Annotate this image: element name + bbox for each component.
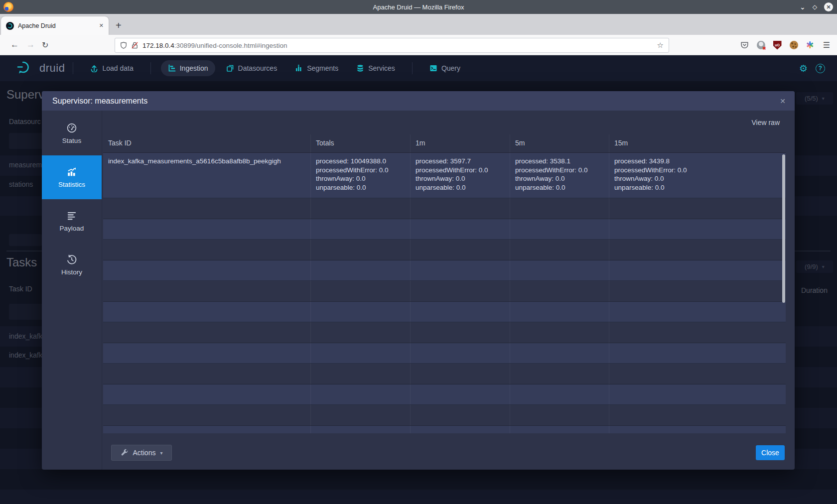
help-icon[interactable]: ? [816,64,825,73]
empty-cell [103,364,310,384]
modal-close-icon[interactable]: ✕ [780,97,786,105]
gantt-chart-icon [168,64,176,72]
empty-cell [510,240,609,260]
column-header-totals[interactable]: Totals [310,134,410,152]
window-title: Apache Druid — Mozilla Firefox [0,3,837,11]
table-row [103,302,786,323]
tab-history[interactable]: History [42,243,102,287]
close-button[interactable]: Close [756,445,785,460]
empty-cell [103,405,310,425]
nav-label: Datasources [238,64,278,72]
reload-icon[interactable]: ↻ [42,40,48,50]
supervisors-count-button[interactable]: (5/5) ▾ [796,92,833,105]
nav-datasources[interactable]: Datasources [219,60,284,76]
tab-status[interactable]: Status [42,112,102,155]
empty-cell [510,364,609,384]
tab-close-icon[interactable]: ✕ [99,22,104,29]
column-header-1m[interactable]: 1m [410,134,510,152]
empty-cell [410,219,510,240]
asterisk-extension-icon[interactable]: ✱ [806,41,815,50]
empty-cell [410,364,510,384]
wrench-icon [121,449,129,457]
supervisor-row[interactable]: stations [9,180,33,188]
chevron-down-icon: ▾ [160,450,162,456]
url-path: :30899/unified-console.html#ingestion [174,42,287,49]
empty-cell [410,302,510,322]
window-minimize-icon[interactable]: ⌄ [800,3,806,10]
nav-label: Load data [102,64,133,72]
table-row [103,219,786,240]
url-bar[interactable]: 172.18.0.4:30899/unified-console.html#in… [115,38,669,53]
empty-cell [609,322,786,343]
cell-5m: processed: 3538.1 processedWithError: 0.… [510,153,609,198]
empty-cell [410,240,510,260]
nav-segments[interactable]: Segments [288,60,345,76]
tasks-heading: Tasks [6,255,37,269]
empty-cell [510,426,609,434]
tab-statistics[interactable]: Statistics [42,155,102,199]
column-header-task-id[interactable]: Task ID [103,134,310,152]
privacy-extension-icon[interactable]: ✖ [756,41,765,50]
window-titlebar: Apache Druid — Mozilla Firefox ⌄ ◇ ✕ [0,0,837,14]
bookmark-star-icon[interactable]: ☆ [657,41,664,50]
tasks-count: (9/9) [805,263,818,270]
forward-icon[interactable]: → [26,40,35,50]
back-icon[interactable]: ← [10,40,19,50]
shield-icon[interactable] [120,41,127,49]
column-header-5m[interactable]: 5m [510,134,609,152]
empty-cell [609,343,786,364]
browser-tab[interactable]: Apache Druid ✕ [1,16,109,35]
new-tab-button[interactable]: + [116,19,122,32]
insecure-lock-icon[interactable] [131,41,139,49]
pocket-icon[interactable] [740,41,749,50]
nav-services[interactable]: Services [349,60,402,76]
nav-ingestion[interactable]: Ingestion [161,60,215,76]
modal-side-tabs: Status Statistics Payload History [42,111,102,470]
view-raw-link[interactable]: View raw [751,119,780,126]
actions-button[interactable]: Actions ▾ [111,445,172,461]
empty-cell [609,198,786,219]
nav-query[interactable]: Query [422,60,467,76]
druid-favicon-icon [6,22,14,30]
window-close-icon[interactable]: ✕ [824,2,833,11]
empty-cell [609,426,786,434]
empty-cell [310,384,410,405]
firefox-icon [3,2,13,12]
empty-cell [310,302,410,322]
tab-payload[interactable]: Payload [42,199,102,243]
table-row [103,281,786,302]
empty-cell [410,426,510,434]
task-row[interactable]: index_kafk [9,332,42,340]
task-id-column-label: Task ID [9,285,32,293]
nav-load-data[interactable]: Load data [83,60,140,76]
menu-icon[interactable]: ☰ [822,41,831,50]
empty-cell [510,260,609,281]
tab-label: Statistics [58,181,85,188]
table-header-row: Task ID Totals 1m 5m 15m [103,134,786,153]
task-row[interactable]: index_kafk [9,351,42,359]
tab-label: Status [62,137,81,144]
empty-cell [609,260,786,281]
ublock-icon[interactable]: uO [773,41,782,50]
gear-icon[interactable]: ⚙ [799,63,808,74]
empty-cell [510,384,609,405]
console-icon [429,64,437,72]
supervisor-modal: Supervisor: measurements ✕ Status Statis… [42,91,795,470]
supervisor-row[interactable]: measurem [9,161,42,169]
column-header-15m[interactable]: 15m [609,134,786,152]
supervisors-pager[interactable] [9,234,42,246]
table-row [103,198,786,219]
cookie-extension-icon[interactable] [789,41,798,50]
page-background: Superv (5/5) ▾ Datasourc measurem statio… [0,81,837,504]
history-icon [66,254,77,265]
empty-cell [103,260,310,281]
window-maximize-icon[interactable]: ◇ [813,4,817,10]
duration-column-label: Duration [801,286,828,294]
empty-cell [310,405,410,425]
statistics-table: Task ID Totals 1m 5m 15m index_kafka_mea… [103,134,786,433]
tasks-count-button[interactable]: (9/9) ▾ [796,260,833,273]
empty-cell [510,405,609,425]
table-scrollbar[interactable] [782,154,785,303]
tab-label: History [61,268,82,276]
tab-label: Payload [60,225,84,232]
